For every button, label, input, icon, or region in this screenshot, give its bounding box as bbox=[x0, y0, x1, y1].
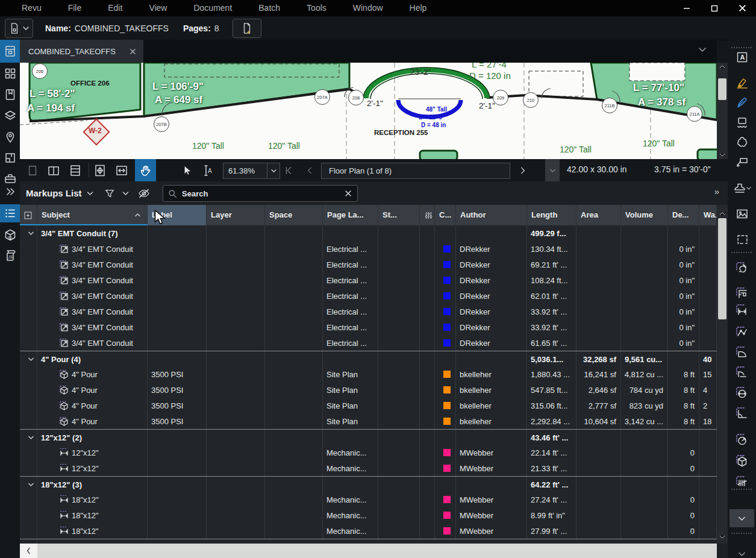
collapse-group-icon[interactable] bbox=[28, 482, 34, 487]
menu-edit[interactable]: Edit bbox=[95, 0, 136, 16]
menu-window[interactable]: Window bbox=[340, 0, 396, 16]
markup-row[interactable]: 18"x12"Mechanic...MWebber8.99 ft' in"0 bbox=[20, 507, 717, 523]
chevrons-right-icon[interactable] bbox=[0, 187, 20, 196]
bookmarks-icon[interactable] bbox=[0, 88, 20, 101]
menu-view[interactable]: View bbox=[136, 0, 180, 16]
layers-icon[interactable] bbox=[0, 109, 20, 122]
places-icon[interactable] bbox=[0, 130, 20, 143]
panel-splitter[interactable] bbox=[545, 159, 560, 181]
markup-row[interactable]: 3/4" EMT ConduitElectrical ...DRekker61.… bbox=[20, 335, 717, 351]
pan-tool-active[interactable] bbox=[135, 159, 156, 181]
text-box-icon[interactable]: A bbox=[728, 51, 756, 64]
spaces-icon[interactable] bbox=[0, 151, 20, 165]
scrollbar-thumb[interactable] bbox=[718, 78, 726, 100]
document-menu-button[interactable] bbox=[5, 19, 33, 38]
chevron-down-icon[interactable] bbox=[267, 163, 280, 178]
pdf-drawing-canvas[interactable]: OFFICE 206L = 58'-2"A = 194 sfL = 106'-9… bbox=[20, 63, 717, 159]
more-panel-icon[interactable]: » bbox=[714, 186, 719, 196]
collapse-group-icon[interactable] bbox=[28, 435, 34, 440]
scrollbar-thumb[interactable] bbox=[718, 218, 726, 319]
scroll-left-icon[interactable] bbox=[20, 544, 37, 558]
first-page-icon[interactable] bbox=[281, 163, 296, 178]
select-icon[interactable] bbox=[179, 163, 195, 178]
snapshot-icon[interactable] bbox=[728, 233, 756, 246]
column-header-color[interactable]: C... bbox=[435, 205, 456, 225]
column-header-depth[interactable]: De... bbox=[668, 205, 699, 225]
markup-row[interactable]: 4" Pour3500 PSISite Planbkelleher1,880.4… bbox=[20, 366, 717, 382]
column-header-volume[interactable]: Volume bbox=[621, 205, 668, 225]
fit-page-icon[interactable] bbox=[92, 163, 108, 178]
column-header-length[interactable]: Length bbox=[527, 205, 576, 225]
tool-chest-icon[interactable] bbox=[0, 172, 20, 185]
split-horizontal-icon[interactable] bbox=[67, 163, 83, 178]
markup-row[interactable]: 18"x12"Mechanic...MWebber27.24 ft' ...0 bbox=[20, 492, 717, 507]
menu-help[interactable]: Help bbox=[396, 0, 440, 16]
radius-measure-icon[interactable] bbox=[728, 433, 756, 447]
length-measure-icon[interactable] bbox=[728, 304, 756, 317]
scroll-down-icon[interactable] bbox=[717, 151, 728, 159]
group-row[interactable]: 4" Pour (4)5,036.1...32,268 sf9,561 cu..… bbox=[20, 351, 717, 366]
count-measure-icon[interactable] bbox=[728, 475, 756, 489]
markup-row[interactable]: 3/4" EMT ConduitElectrical ...DRekker69.… bbox=[20, 257, 717, 272]
filter-icon[interactable] bbox=[104, 188, 115, 199]
column-header-pagelabel[interactable]: Page La... bbox=[323, 205, 378, 225]
model-3d-icon[interactable]: 3D bbox=[0, 228, 20, 242]
pen-icon[interactable] bbox=[728, 96, 756, 109]
polylength-measure-icon[interactable] bbox=[728, 326, 756, 339]
markup-row[interactable]: 18"x12"Mechanic...MWebber27.99 ft' ...0 bbox=[20, 523, 717, 539]
menu-tools[interactable]: Tools bbox=[293, 0, 340, 16]
split-vertical-icon[interactable] bbox=[46, 163, 61, 178]
markups-search-box[interactable] bbox=[163, 185, 358, 202]
scroll-down-icon[interactable] bbox=[717, 533, 728, 541]
markup-row[interactable]: 3/4" EMT ConduitElectrical ...DRekker33.… bbox=[20, 319, 717, 335]
column-header-author[interactable]: Author bbox=[456, 205, 527, 225]
markup-row[interactable]: 12"x12"Mechanic...MWebber22.14 ft' ...0 bbox=[20, 445, 717, 460]
fit-width-icon[interactable] bbox=[114, 163, 130, 178]
column-header-wall[interactable]: Wa... bbox=[699, 205, 717, 225]
diameter-measure-icon[interactable] bbox=[728, 386, 756, 400]
hide-markups-icon[interactable] bbox=[137, 188, 151, 199]
collapse-group-icon[interactable] bbox=[28, 231, 34, 236]
thumbnails-icon[interactable] bbox=[0, 67, 20, 80]
column-header-area[interactable]: Area bbox=[576, 205, 621, 225]
toolbar-scroll-down-button[interactable] bbox=[729, 509, 754, 527]
column-header-layer[interactable]: Layer bbox=[207, 205, 265, 225]
search-input[interactable] bbox=[181, 189, 345, 199]
insert-page-button[interactable] bbox=[233, 19, 261, 38]
clear-search-icon[interactable] bbox=[345, 190, 352, 197]
menu-file[interactable]: File bbox=[55, 0, 95, 16]
callout-icon[interactable] bbox=[728, 156, 756, 169]
markups-list-icon[interactable] bbox=[0, 207, 20, 220]
perimeter-measure-icon[interactable] bbox=[728, 366, 756, 379]
markup-row[interactable]: 4" Pour3500 PSISite Planbkelleher2,292.8… bbox=[20, 413, 717, 429]
column-header-status[interactable]: St... bbox=[378, 205, 420, 225]
page-navigation-box[interactable]: Floor Plan (1 of 8) bbox=[321, 163, 510, 179]
markup-row[interactable]: 3/4" EMT ConduitElectrical ...DRekker108… bbox=[20, 272, 717, 288]
measure-settings-icon[interactable] bbox=[728, 287, 756, 300]
highlighter-icon[interactable] bbox=[728, 76, 756, 89]
markup-row[interactable]: 4" Pour3500 PSISite Planbkelleher315.06 … bbox=[20, 398, 717, 413]
partial-group-row[interactable] bbox=[20, 539, 717, 544]
image-icon[interactable] bbox=[728, 207, 756, 221]
close-icon[interactable] bbox=[728, 0, 756, 16]
column-header-subject[interactable]: Subject bbox=[37, 205, 148, 225]
group-row[interactable]: 18"x12" (3)64.22 ft' ... bbox=[20, 476, 717, 492]
menu-batch[interactable]: Batch bbox=[245, 0, 293, 16]
markup-row[interactable]: 3/4" EMT ConduitElectrical ...DRekker130… bbox=[20, 241, 717, 257]
group-row[interactable]: 3/4" EMT Conduit (7)499.29 f... bbox=[20, 225, 717, 241]
minimize-icon[interactable] bbox=[673, 0, 701, 16]
volume-measure-icon[interactable] bbox=[728, 454, 756, 468]
angle-measure-icon[interactable] bbox=[728, 407, 756, 420]
drawing-vertical-scrollbar[interactable] bbox=[717, 63, 728, 159]
calibrate-icon[interactable] bbox=[728, 262, 756, 275]
maximize-icon[interactable] bbox=[701, 0, 728, 16]
chevron-down-icon[interactable] bbox=[699, 47, 706, 52]
javascript-icon[interactable]: JS bbox=[0, 249, 20, 262]
area-measure-icon[interactable] bbox=[728, 346, 756, 359]
prev-page-icon[interactable] bbox=[302, 163, 317, 178]
close-tab-icon[interactable] bbox=[130, 48, 136, 55]
column-header-tune[interactable] bbox=[420, 205, 435, 225]
group-row[interactable]: 12"x12" (2)43.46 ft' ... bbox=[20, 429, 717, 445]
menu-document[interactable]: Document bbox=[180, 0, 245, 16]
markup-row[interactable]: 4" Pour3500 PSISite Planbkelleher547.85 … bbox=[20, 382, 717, 398]
